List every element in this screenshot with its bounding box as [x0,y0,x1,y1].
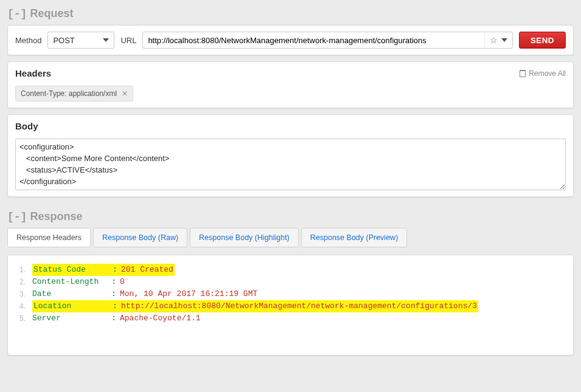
header-key: Status Code [32,264,111,276]
header-key: Date [32,288,111,300]
url-controls: ☆ [484,32,512,48]
response-line: 1. Status Code : 201 Created [15,264,566,276]
send-button[interactable]: SEND [519,32,566,49]
remove-all-label: Remove All [529,69,566,78]
header-colon: : [111,288,120,300]
trash-icon [520,70,526,77]
header-colon: : [111,276,120,288]
header-key: Location [32,300,111,312]
response-headers-panel: 1. Status Code : 201 Created 2. Content-… [7,255,574,356]
star-icon[interactable]: ☆ [490,36,498,44]
response-tabs: Response Headers Response Body (Raw) Res… [7,228,574,247]
line-number: 2. [15,276,32,288]
header-key: Content-Length [32,276,111,288]
header-value: http://localhost:8080/NetworkManagement/… [120,300,478,312]
line-number: 1. [15,264,32,276]
header-tag[interactable]: Content-Type: application/xml ✕ [15,86,133,101]
tab-response-body-preview[interactable]: Response Body (Preview) [301,228,408,247]
request-panel: Method POST URL ☆ SEND [7,25,574,55]
response-title-text: Response [30,210,82,222]
headers-panel: Headers Remove All Content-Type: applica… [7,61,574,108]
header-value: Apache-Coyote/1.1 [120,312,201,325]
response-line: 2. Content-Length : 0 [15,276,566,288]
response-section-title[interactable]: [-] Response [7,210,574,223]
method-label: Method [15,36,41,45]
close-icon[interactable]: ✕ [122,89,128,98]
response-line: 3. Date : Mon, 10 Apr 2017 16:21:19 GMT [15,288,566,300]
line-number: 3. [15,288,32,300]
body-textarea[interactable]: <configuration> <content>Some More Conte… [15,139,566,190]
url-label: URL [120,36,136,45]
chevron-down-icon [103,38,109,42]
method-select[interactable]: POST [47,32,114,49]
header-value: Mon, 10 Apr 2017 16:21:19 GMT [120,288,257,300]
tab-response-headers[interactable]: Response Headers [7,228,91,247]
collapse-icon[interactable]: [-] [7,8,27,20]
tab-response-body-highlight[interactable]: Response Body (Highlight) [190,228,299,247]
header-colon: : [111,264,120,276]
request-section-title[interactable]: [-] Request [7,7,574,20]
header-tag-text: Content-Type: application/xml [21,89,117,98]
body-panel: Body <configuration> <content>Some More … [7,114,574,197]
tab-response-body-raw[interactable]: Response Body (Raw) [93,228,187,247]
url-input[interactable] [143,32,484,48]
header-key: Server [32,312,111,325]
header-value: 201 Created [120,264,175,276]
method-value: POST [53,36,74,45]
headers-title: Headers [15,68,51,78]
remove-all-button[interactable]: Remove All [520,69,566,78]
line-number: 4. [15,300,32,312]
header-colon: : [111,300,120,312]
collapse-icon[interactable]: [-] [7,211,27,223]
chevron-down-icon[interactable] [501,38,507,42]
url-input-wrap: ☆ [142,32,513,49]
header-value: 0 [120,276,125,288]
body-title: Body [15,121,38,131]
line-number: 5. [15,312,32,325]
header-colon: : [111,312,120,325]
response-line: 5. Server : Apache-Coyote/1.1 [15,312,566,325]
response-line: 4. Location : http://localhost:8080/Netw… [15,300,566,312]
request-title-text: Request [30,7,73,19]
